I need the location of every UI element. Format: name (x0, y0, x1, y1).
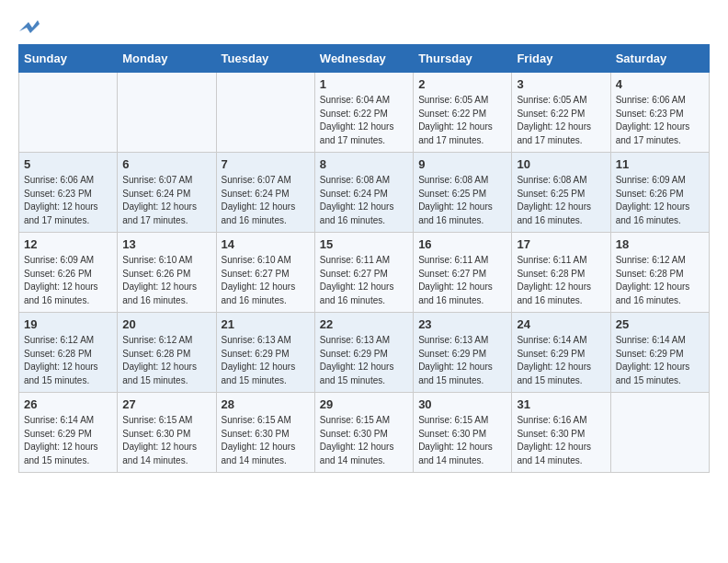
calendar-cell: 20Sunrise: 6:12 AM Sunset: 6:28 PM Dayli… (118, 313, 216, 393)
day-info: Sunrise: 6:10 AM Sunset: 6:27 PM Dayligh… (222, 254, 310, 307)
calendar-header: SundayMondayTuesdayWednesdayThursdayFrid… (19, 45, 710, 73)
calendar-cell: 4Sunrise: 6:06 AM Sunset: 6:23 PM Daylig… (610, 73, 709, 153)
day-info: Sunrise: 6:15 AM Sunset: 6:30 PM Dayligh… (320, 414, 408, 467)
day-number: 18 (616, 237, 704, 251)
calendar-cell (118, 73, 216, 153)
calendar-cell: 5Sunrise: 6:06 AM Sunset: 6:23 PM Daylig… (19, 153, 118, 233)
day-info: Sunrise: 6:13 AM Sunset: 6:29 PM Dayligh… (222, 334, 310, 387)
day-number: 20 (122, 317, 210, 331)
day-info: Sunrise: 6:08 AM Sunset: 6:25 PM Dayligh… (418, 174, 506, 227)
weekday-header: Tuesday (216, 45, 314, 73)
calendar-cell: 14Sunrise: 6:10 AM Sunset: 6:27 PM Dayli… (216, 233, 314, 313)
day-number: 17 (517, 237, 605, 251)
day-info: Sunrise: 6:09 AM Sunset: 6:26 PM Dayligh… (616, 174, 704, 227)
day-number: 9 (418, 157, 506, 171)
day-number: 31 (517, 397, 605, 411)
calendar-cell: 22Sunrise: 6:13 AM Sunset: 6:29 PM Dayli… (314, 313, 413, 393)
day-number: 2 (418, 77, 506, 91)
page-header (18, 18, 710, 35)
calendar-table: SundayMondayTuesdayWednesdayThursdayFrid… (18, 44, 710, 473)
day-number: 12 (24, 237, 112, 251)
day-info: Sunrise: 6:07 AM Sunset: 6:24 PM Dayligh… (122, 174, 210, 227)
day-number: 23 (418, 317, 506, 331)
day-number: 25 (616, 317, 704, 331)
calendar-cell: 17Sunrise: 6:11 AM Sunset: 6:28 PM Dayli… (512, 233, 610, 313)
calendar-cell: 15Sunrise: 6:11 AM Sunset: 6:27 PM Dayli… (314, 233, 413, 313)
day-number: 21 (222, 317, 310, 331)
calendar-cell: 28Sunrise: 6:15 AM Sunset: 6:30 PM Dayli… (216, 393, 314, 473)
weekday-header: Monday (118, 45, 216, 73)
day-number: 26 (24, 397, 112, 411)
day-number: 30 (418, 397, 506, 411)
calendar-week-row: 1Sunrise: 6:04 AM Sunset: 6:22 PM Daylig… (19, 73, 710, 153)
weekday-header: Friday (512, 45, 610, 73)
day-info: Sunrise: 6:12 AM Sunset: 6:28 PM Dayligh… (24, 334, 112, 387)
calendar-cell: 2Sunrise: 6:05 AM Sunset: 6:22 PM Daylig… (414, 73, 512, 153)
weekday-header: Wednesday (314, 45, 413, 73)
day-number: 8 (320, 157, 408, 171)
day-info: Sunrise: 6:15 AM Sunset: 6:30 PM Dayligh… (418, 414, 506, 467)
calendar-cell: 6Sunrise: 6:07 AM Sunset: 6:24 PM Daylig… (118, 153, 216, 233)
day-number: 15 (320, 237, 408, 251)
day-number: 14 (222, 237, 310, 251)
calendar-cell: 21Sunrise: 6:13 AM Sunset: 6:29 PM Dayli… (216, 313, 314, 393)
calendar-cell: 10Sunrise: 6:08 AM Sunset: 6:25 PM Dayli… (512, 153, 610, 233)
day-info: Sunrise: 6:13 AM Sunset: 6:29 PM Dayligh… (320, 334, 408, 387)
calendar-week-row: 12Sunrise: 6:09 AM Sunset: 6:26 PM Dayli… (19, 233, 710, 313)
day-number: 27 (122, 397, 210, 411)
calendar-cell: 11Sunrise: 6:09 AM Sunset: 6:26 PM Dayli… (610, 153, 709, 233)
calendar-cell (216, 73, 314, 153)
calendar-cell (610, 393, 709, 473)
day-info: Sunrise: 6:11 AM Sunset: 6:27 PM Dayligh… (320, 254, 408, 307)
logo-bird-icon (19, 18, 40, 35)
day-info: Sunrise: 6:14 AM Sunset: 6:29 PM Dayligh… (24, 414, 112, 467)
logo (18, 18, 40, 35)
calendar-cell: 26Sunrise: 6:14 AM Sunset: 6:29 PM Dayli… (19, 393, 118, 473)
day-info: Sunrise: 6:04 AM Sunset: 6:22 PM Dayligh… (320, 94, 408, 147)
calendar-cell: 27Sunrise: 6:15 AM Sunset: 6:30 PM Dayli… (118, 393, 216, 473)
day-info: Sunrise: 6:08 AM Sunset: 6:24 PM Dayligh… (320, 174, 408, 227)
day-info: Sunrise: 6:14 AM Sunset: 6:29 PM Dayligh… (616, 334, 704, 387)
calendar-cell: 25Sunrise: 6:14 AM Sunset: 6:29 PM Dayli… (610, 313, 709, 393)
day-number: 28 (222, 397, 310, 411)
calendar-cell (19, 73, 118, 153)
day-info: Sunrise: 6:15 AM Sunset: 6:30 PM Dayligh… (222, 414, 310, 467)
calendar-cell: 12Sunrise: 6:09 AM Sunset: 6:26 PM Dayli… (19, 233, 118, 313)
day-info: Sunrise: 6:06 AM Sunset: 6:23 PM Dayligh… (616, 94, 704, 147)
day-info: Sunrise: 6:15 AM Sunset: 6:30 PM Dayligh… (122, 414, 210, 467)
calendar-cell: 24Sunrise: 6:14 AM Sunset: 6:29 PM Dayli… (512, 313, 610, 393)
calendar-cell: 1Sunrise: 6:04 AM Sunset: 6:22 PM Daylig… (314, 73, 413, 153)
day-info: Sunrise: 6:12 AM Sunset: 6:28 PM Dayligh… (616, 254, 704, 307)
svg-marker-0 (19, 20, 40, 33)
day-number: 7 (222, 157, 310, 171)
calendar-week-row: 5Sunrise: 6:06 AM Sunset: 6:23 PM Daylig… (19, 153, 710, 233)
day-info: Sunrise: 6:11 AM Sunset: 6:28 PM Dayligh… (517, 254, 605, 307)
day-info: Sunrise: 6:13 AM Sunset: 6:29 PM Dayligh… (418, 334, 506, 387)
day-info: Sunrise: 6:14 AM Sunset: 6:29 PM Dayligh… (517, 334, 605, 387)
calendar-cell: 8Sunrise: 6:08 AM Sunset: 6:24 PM Daylig… (314, 153, 413, 233)
day-info: Sunrise: 6:07 AM Sunset: 6:24 PM Dayligh… (222, 174, 310, 227)
day-info: Sunrise: 6:05 AM Sunset: 6:22 PM Dayligh… (418, 94, 506, 147)
calendar-cell: 13Sunrise: 6:10 AM Sunset: 6:26 PM Dayli… (118, 233, 216, 313)
day-number: 29 (320, 397, 408, 411)
calendar-cell: 9Sunrise: 6:08 AM Sunset: 6:25 PM Daylig… (414, 153, 512, 233)
day-number: 19 (24, 317, 112, 331)
day-info: Sunrise: 6:06 AM Sunset: 6:23 PM Dayligh… (24, 174, 112, 227)
weekday-header: Sunday (19, 45, 118, 73)
day-info: Sunrise: 6:12 AM Sunset: 6:28 PM Dayligh… (122, 334, 210, 387)
calendar-cell: 3Sunrise: 6:05 AM Sunset: 6:22 PM Daylig… (512, 73, 610, 153)
day-number: 24 (517, 317, 605, 331)
day-info: Sunrise: 6:08 AM Sunset: 6:25 PM Dayligh… (517, 174, 605, 227)
day-info: Sunrise: 6:09 AM Sunset: 6:26 PM Dayligh… (24, 254, 112, 307)
calendar-week-row: 19Sunrise: 6:12 AM Sunset: 6:28 PM Dayli… (19, 313, 710, 393)
calendar-cell: 19Sunrise: 6:12 AM Sunset: 6:28 PM Dayli… (19, 313, 118, 393)
day-number: 22 (320, 317, 408, 331)
calendar-cell: 30Sunrise: 6:15 AM Sunset: 6:30 PM Dayli… (414, 393, 512, 473)
calendar-cell: 29Sunrise: 6:15 AM Sunset: 6:30 PM Dayli… (314, 393, 413, 473)
day-number: 16 (418, 237, 506, 251)
calendar-cell: 7Sunrise: 6:07 AM Sunset: 6:24 PM Daylig… (216, 153, 314, 233)
day-number: 3 (517, 77, 605, 91)
day-number: 5 (24, 157, 112, 171)
day-info: Sunrise: 6:05 AM Sunset: 6:22 PM Dayligh… (517, 94, 605, 147)
day-number: 1 (320, 77, 408, 91)
